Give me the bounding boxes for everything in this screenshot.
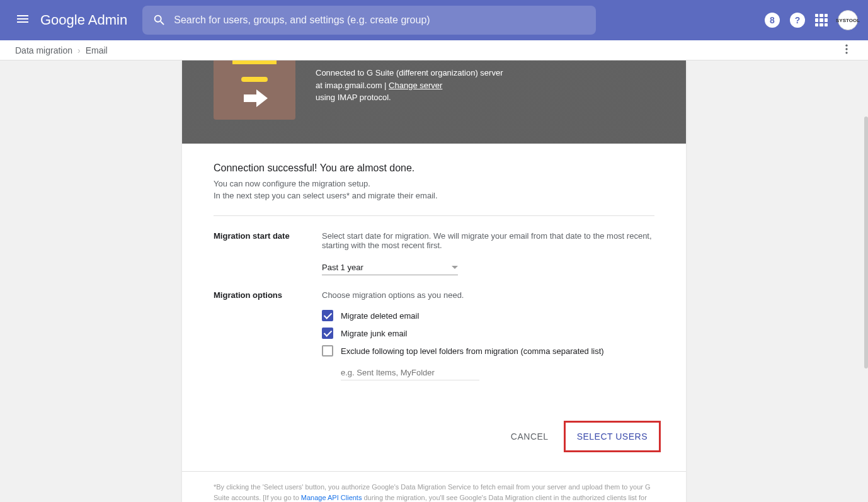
app-logo[interactable]: Google Admin (40, 12, 127, 28)
hero-description: Connected to G Suite (different organiza… (316, 67, 503, 104)
checkbox-deleted-email[interactable] (322, 310, 333, 321)
checkbox-junk-email[interactable] (322, 328, 333, 339)
change-server-link[interactable]: Change server (389, 81, 442, 90)
search-input[interactable] (174, 14, 586, 26)
svg-point-1 (845, 48, 847, 50)
manage-api-clients-link[interactable]: Manage API Clients (301, 494, 362, 501)
divider (214, 215, 654, 216)
migration-card: Email Migration Connected to G Suite (di… (182, 60, 686, 502)
app-header: Google Admin 8 ? SYSTOOL (0, 0, 868, 40)
logo-text: Google Admin (40, 12, 127, 28)
scrollbar[interactable] (864, 117, 868, 368)
breadcrumb-bar: Data migration › Email (0, 40, 868, 60)
menu-icon[interactable] (10, 6, 35, 34)
start-date-row: Migration start date Select start date f… (214, 231, 654, 275)
option-junk-email: Migrate junk email (322, 328, 654, 339)
search-box[interactable] (142, 6, 596, 35)
start-date-help: Select start date for migration. We will… (322, 231, 654, 250)
option-deleted-label: Migrate deleted email (341, 311, 419, 321)
main-content: Email Migration Connected to G Suite (di… (0, 60, 868, 502)
chevron-right-icon: › (77, 45, 81, 55)
hero-banner: Email Migration Connected to G Suite (di… (182, 60, 686, 144)
more-icon[interactable] (840, 43, 853, 58)
search-icon (152, 13, 166, 27)
cancel-button[interactable]: CANCEL (511, 431, 549, 442)
start-date-value: Past 1 year (322, 263, 363, 272)
breadcrumb-current: Email (86, 45, 108, 55)
account-avatar[interactable]: SYSTOOL (838, 10, 858, 30)
start-date-content: Select start date for migration. We will… (322, 231, 654, 275)
description-line-2: In the next step you can select users* a… (214, 191, 654, 200)
option-deleted-email: Migrate deleted email (322, 310, 654, 321)
select-users-button[interactable]: SELECT USERS (566, 423, 659, 450)
hero-text: Email Migration Connected to G Suite (di… (316, 60, 503, 104)
checkbox-exclude-folders[interactable] (322, 345, 333, 357)
header-actions: 8 ? SYSTOOL (765, 10, 858, 30)
options-help: Choose migration options as you need. (322, 290, 654, 300)
updates-icon[interactable]: 8 (765, 13, 780, 28)
help-icon[interactable]: ? (790, 13, 805, 28)
exclude-folders-input[interactable] (341, 365, 479, 380)
svg-point-2 (845, 52, 847, 54)
breadcrumb-root[interactable]: Data migration (15, 45, 72, 55)
options-label: Migration options (214, 290, 302, 380)
start-date-dropdown[interactable]: Past 1 year (322, 260, 458, 275)
form-section: Connection successful! You are almost do… (182, 144, 686, 408)
options-row: Migration options Choose migration optio… (214, 290, 654, 380)
option-junk-label: Migrate junk email (341, 329, 408, 338)
chevron-down-icon (452, 266, 458, 269)
success-message: Connection successful! You are almost do… (214, 163, 654, 174)
migration-icon (214, 60, 295, 120)
description-line-1: You can now configure the migration setu… (214, 179, 654, 188)
option-exclude-label: Exclude following top level folders from… (341, 346, 604, 356)
action-buttons: CANCEL SELECT USERS (182, 408, 686, 471)
start-date-label: Migration start date (214, 231, 302, 275)
options-content: Choose migration options as you need. Mi… (322, 290, 654, 380)
footer-disclaimer: *By clicking the 'Select users' button, … (182, 471, 686, 502)
svg-point-0 (845, 44, 847, 46)
highlight-annotation: SELECT USERS (564, 421, 661, 452)
breadcrumb: Data migration › Email (15, 45, 108, 55)
apps-icon[interactable] (815, 14, 828, 26)
option-exclude-folders: Exclude following top level folders from… (322, 345, 654, 357)
